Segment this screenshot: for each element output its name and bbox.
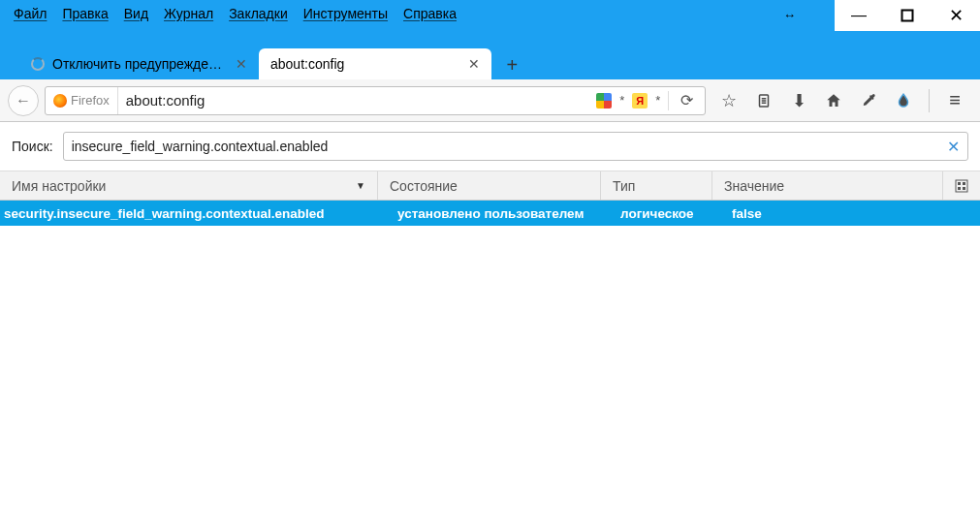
tab-0-close-icon[interactable]: ✕ <box>236 56 247 72</box>
minimize-button[interactable]: — <box>835 0 883 31</box>
asterisk-1: * <box>619 93 624 108</box>
asterisk-2: * <box>655 93 660 108</box>
col-name-label: Имя настройки <box>12 178 106 194</box>
menu-view[interactable]: Вид <box>124 6 148 21</box>
urlbar-end-icons: * Я * ⟳ <box>596 91 703 110</box>
pref-value: false <box>712 206 980 221</box>
svg-rect-2 <box>958 182 961 185</box>
svg-rect-1 <box>956 180 967 192</box>
bookmark-star-icon[interactable]: ☆ <box>719 90 739 111</box>
menu-edit[interactable]: Правка <box>62 6 108 21</box>
eyedropper-icon[interactable] <box>859 92 878 109</box>
pref-name: security.insecure_field_warning.contextu… <box>0 206 378 221</box>
svg-rect-0 <box>902 11 913 21</box>
clear-search-icon[interactable]: ✕ <box>947 138 960 156</box>
window-controls: — ✕ <box>835 0 980 31</box>
drop-icon[interactable] <box>894 92 913 109</box>
home-icon[interactable] <box>824 92 843 109</box>
back-button[interactable]: ← <box>8 85 39 116</box>
svg-rect-3 <box>963 182 965 185</box>
new-tab-button[interactable]: + <box>497 50 526 79</box>
close-window-button[interactable]: ✕ <box>932 0 980 31</box>
reload-button[interactable]: ⟳ <box>677 91 697 109</box>
col-picker-icon[interactable] <box>943 171 980 200</box>
empty-area <box>0 226 980 528</box>
nav-toolbar: ← Firefox about:config * Я * ⟳ ☆ ⬇ <box>0 79 980 122</box>
menu-bookmarks[interactable]: Закладки <box>229 6 288 21</box>
clipboard-icon[interactable] <box>754 92 774 109</box>
loading-spinner-icon <box>31 57 45 71</box>
menu-bar: Файл Правка Вид Журнал Закладки Инструме… <box>0 0 980 25</box>
search-input[interactable]: insecure_field_warning.contextual.enable… <box>63 132 968 161</box>
pref-type: логическое <box>601 206 712 221</box>
column-headers: Имя настройки ▼ Состояние Тип Значение <box>0 171 980 201</box>
menu-file[interactable]: Файл <box>14 6 47 21</box>
resize-indicator-icon: ↔ <box>783 8 796 22</box>
tab-0-title: Отключить предупрежде… <box>52 56 222 72</box>
tab-1[interactable]: about:config ✕ <box>259 48 491 79</box>
pref-row-selected[interactable]: security.insecure_field_warning.contextu… <box>0 201 980 226</box>
url-bar[interactable]: Firefox about:config * Я * ⟳ <box>45 86 706 115</box>
tab-1-close-icon[interactable]: ✕ <box>468 56 480 72</box>
col-state[interactable]: Состояние <box>378 171 601 200</box>
col-type[interactable]: Тип <box>601 171 712 200</box>
svg-rect-5 <box>963 187 965 190</box>
pref-state: установлено пользователем <box>378 206 601 221</box>
identity-label: Firefox <box>71 93 110 108</box>
svg-rect-4 <box>958 187 961 190</box>
hamburger-menu-icon[interactable]: ≡ <box>945 89 964 111</box>
menu-history[interactable]: Журнал <box>164 6 213 21</box>
toolbar-icons: ☆ ⬇ ≡ <box>711 89 972 112</box>
menu-help[interactable]: Справка <box>403 6 457 21</box>
firefox-icon <box>53 94 67 108</box>
col-name[interactable]: Имя настройки ▼ <box>0 171 378 200</box>
menu-tools[interactable]: Инструменты <box>303 6 388 21</box>
search-row: Поиск: insecure_field_warning.contextual… <box>0 122 980 171</box>
sort-indicator-icon: ▼ <box>356 180 365 191</box>
separator <box>668 91 669 110</box>
yandex-search-icon[interactable]: Я <box>632 93 648 109</box>
google-search-icon[interactable] <box>596 93 612 109</box>
identity-box[interactable]: Firefox <box>46 87 118 114</box>
search-label: Поиск: <box>12 139 53 154</box>
tab-1-title: about:config <box>270 56 344 72</box>
tab-bar: Отключить предупрежде… ✕ about:config ✕ … <box>19 45 526 79</box>
col-value[interactable]: Значение <box>712 171 943 200</box>
url-text[interactable]: about:config <box>122 92 592 109</box>
tab-0[interactable]: Отключить предупрежде… ✕ <box>19 48 259 79</box>
toolbar-separator <box>929 89 930 112</box>
maximize-button[interactable] <box>883 0 932 31</box>
search-input-value: insecure_field_warning.contextual.enable… <box>72 139 947 154</box>
downloads-icon[interactable]: ⬇ <box>789 90 808 111</box>
